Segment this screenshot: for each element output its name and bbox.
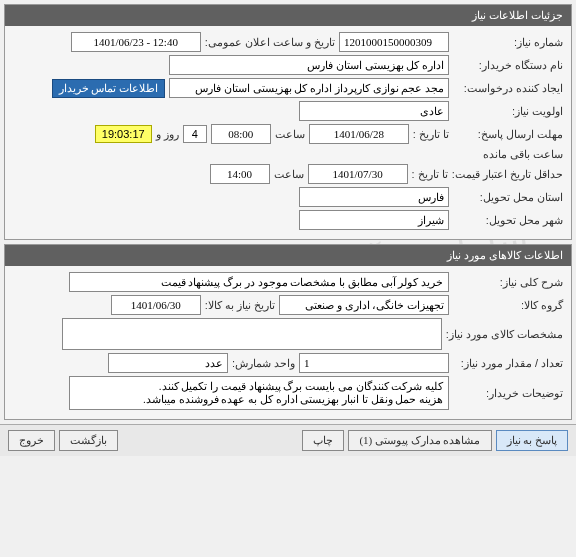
unit-label: واحد شمارش: xyxy=(232,357,295,370)
back-button[interactable]: بازگشت xyxy=(59,430,118,451)
time-label-1: ساعت xyxy=(275,128,305,141)
announce-label: تاریخ و ساعت اعلان عمومی: xyxy=(205,36,335,49)
qty-label: تعداد / مقدار مورد نیاز: xyxy=(453,357,563,370)
exit-button[interactable]: خروج xyxy=(8,430,55,451)
deadline-time-input[interactable] xyxy=(211,124,271,144)
notes-label: توضیحات خریدار: xyxy=(453,387,563,400)
time-remaining-badge: 19:03:17 xyxy=(95,125,152,143)
panel-goods-info: اطلاعات کالاهای مورد نیاز شرح کلی نیاز: … xyxy=(4,244,572,420)
panel1-title: جزئیات اطلاعات نیاز xyxy=(5,5,571,26)
requester-label: ایجاد کننده درخواست: xyxy=(453,82,563,95)
city-label: شهر محل تحویل: xyxy=(453,214,563,227)
time-label-2: ساعت xyxy=(274,168,304,181)
priority-label: اولویت نیاز: xyxy=(453,105,563,118)
desc-label: شرح کلی نیاز: xyxy=(453,276,563,289)
print-button[interactable]: چاپ xyxy=(302,430,344,451)
remaining-suffix: ساعت باقی مانده xyxy=(483,148,563,161)
footer-button-bar: پاسخ به نیاز مشاهده مدارک پیوستی (1) چاپ… xyxy=(0,424,576,456)
need-no-input[interactable] xyxy=(339,32,449,52)
validity-label: حداقل تاریخ اعتبار قیمت: xyxy=(452,168,563,181)
buyer-input[interactable] xyxy=(169,55,449,75)
validity-time-input[interactable] xyxy=(210,164,270,184)
spec-label: مشخصات کالای مورد نیاز: xyxy=(446,328,563,341)
panel2-title: اطلاعات کالاهای مورد نیاز xyxy=(5,245,571,266)
announce-value[interactable] xyxy=(71,32,201,52)
validity-to: تا تاریخ : xyxy=(412,168,448,181)
respond-button[interactable]: پاسخ به نیاز xyxy=(496,430,569,451)
need-no-label: شماره نیاز: xyxy=(453,36,563,49)
days-suffix: روز و xyxy=(156,128,179,141)
priority-input[interactable] xyxy=(299,101,449,121)
contact-buyer-button[interactable]: اطلاعات تماس خریدار xyxy=(52,79,166,98)
notes-textarea[interactable] xyxy=(69,376,449,410)
group-label: گروه کالا: xyxy=(453,299,563,312)
need-date-input[interactable] xyxy=(111,295,201,315)
province-label: استان محل تحویل: xyxy=(453,191,563,204)
province-input[interactable] xyxy=(299,187,449,207)
buyer-label: نام دستگاه خریدار: xyxy=(453,59,563,72)
city-input[interactable] xyxy=(299,210,449,230)
group-input[interactable] xyxy=(279,295,449,315)
validity-date-input[interactable] xyxy=(308,164,408,184)
requester-input[interactable] xyxy=(169,78,449,98)
attachments-button[interactable]: مشاهده مدارک پیوستی (1) xyxy=(348,430,491,451)
need-date-label: تاریخ نیاز به کالا: xyxy=(205,299,275,312)
panel-need-details: جزئیات اطلاعات نیاز شماره نیاز: تاریخ و … xyxy=(4,4,572,240)
deadline-label: مهلت ارسال پاسخ: xyxy=(453,128,563,141)
days-remaining: 4 xyxy=(183,125,207,143)
desc-textarea[interactable] xyxy=(69,272,449,292)
deadline-date-input[interactable] xyxy=(309,124,409,144)
spec-textarea[interactable] xyxy=(62,318,442,350)
deadline-to: تا تاریخ : xyxy=(413,128,449,141)
unit-input[interactable] xyxy=(108,353,228,373)
qty-input[interactable] xyxy=(299,353,449,373)
